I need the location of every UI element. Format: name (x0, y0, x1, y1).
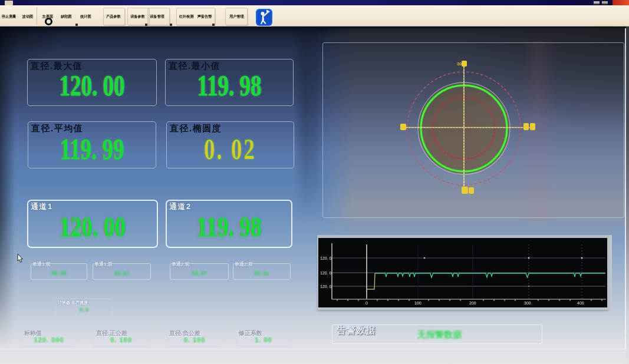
svg-text:0: 0 (365, 301, 368, 305)
svg-text:120. 0: 120. 0 (320, 271, 332, 275)
svg-text:120. 0: 120. 0 (320, 256, 332, 260)
svg-text:200: 200 (469, 301, 476, 305)
svg-text:120. 0: 120. 0 (320, 284, 332, 289)
svg-text:300: 300 (524, 301, 531, 305)
svg-text:30: 30 (457, 62, 462, 66)
svg-text:100: 100 (414, 301, 421, 305)
svg-text:400: 400 (577, 301, 584, 305)
